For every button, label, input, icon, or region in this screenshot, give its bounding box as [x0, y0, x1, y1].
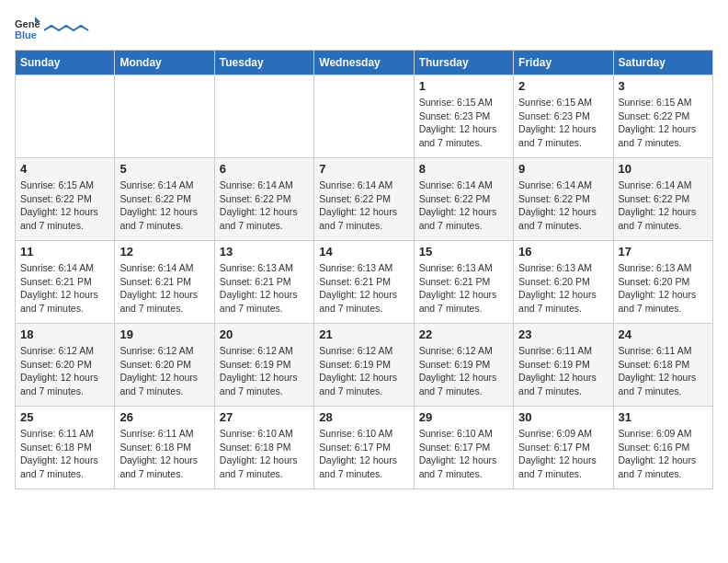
weekday-header-thursday: Thursday [414, 51, 513, 75]
day-info: Sunrise: 6:14 AMSunset: 6:22 PMDaylight:… [220, 178, 309, 233]
day-cell: 25Sunrise: 6:11 AMSunset: 6:18 PMDayligh… [16, 407, 115, 489]
weekday-header-saturday: Saturday [613, 51, 712, 75]
day-cell [214, 75, 313, 158]
logo: General Blue [15, 15, 90, 40]
day-number: 12 [119, 245, 209, 259]
day-cell: 26Sunrise: 6:11 AMSunset: 6:18 PMDayligh… [115, 407, 214, 489]
day-cell: 7Sunrise: 6:14 AMSunset: 6:22 PMDaylight… [314, 158, 414, 241]
day-info: Sunrise: 6:11 AMSunset: 6:18 PMDaylight:… [119, 427, 209, 481]
day-number: 14 [319, 245, 408, 259]
day-number: 21 [319, 327, 408, 341]
day-number: 18 [20, 327, 109, 341]
day-cell: 31Sunrise: 6:09 AMSunset: 6:16 PMDayligh… [613, 407, 712, 489]
week-row-1: 1Sunrise: 6:15 AMSunset: 6:23 PMDaylight… [16, 75, 713, 158]
weekday-header-wednesday: Wednesday [314, 51, 414, 75]
day-cell: 29Sunrise: 6:10 AMSunset: 6:17 PMDayligh… [414, 407, 513, 489]
day-info: Sunrise: 6:14 AMSunset: 6:22 PMDaylight:… [518, 178, 608, 233]
day-cell: 4Sunrise: 6:15 AMSunset: 6:22 PMDaylight… [16, 158, 115, 241]
day-info: Sunrise: 6:12 AMSunset: 6:19 PMDaylight:… [319, 344, 408, 398]
day-number: 8 [419, 162, 508, 176]
day-cell: 28Sunrise: 6:10 AMSunset: 6:17 PMDayligh… [314, 407, 414, 489]
day-number: 27 [220, 410, 309, 424]
weekday-header-tuesday: Tuesday [214, 51, 313, 75]
day-info: Sunrise: 6:11 AMSunset: 6:19 PMDaylight:… [518, 344, 608, 398]
weekday-header-monday: Monday [115, 51, 214, 75]
day-info: Sunrise: 6:12 AMSunset: 6:20 PMDaylight:… [119, 344, 209, 398]
day-number: 16 [518, 245, 608, 259]
day-info: Sunrise: 6:12 AMSunset: 6:20 PMDaylight:… [20, 344, 109, 398]
day-cell: 19Sunrise: 6:12 AMSunset: 6:20 PMDayligh… [115, 324, 214, 407]
day-cell: 18Sunrise: 6:12 AMSunset: 6:20 PMDayligh… [16, 324, 115, 407]
day-cell: 1Sunrise: 6:15 AMSunset: 6:23 PMDaylight… [414, 75, 513, 158]
day-number: 26 [119, 410, 209, 424]
day-number: 3 [619, 79, 708, 93]
logo-icon: General Blue [15, 15, 40, 40]
day-number: 20 [220, 327, 309, 341]
week-row-4: 18Sunrise: 6:12 AMSunset: 6:20 PMDayligh… [16, 324, 713, 407]
day-info: Sunrise: 6:14 AMSunset: 6:21 PMDaylight:… [20, 261, 109, 316]
week-row-2: 4Sunrise: 6:15 AMSunset: 6:22 PMDaylight… [16, 158, 713, 241]
day-info: Sunrise: 6:13 AMSunset: 6:20 PMDaylight:… [518, 261, 608, 316]
day-number: 22 [419, 327, 508, 341]
day-cell: 24Sunrise: 6:11 AMSunset: 6:18 PMDayligh… [613, 324, 712, 407]
day-number: 4 [20, 162, 109, 176]
day-number: 11 [20, 245, 109, 259]
day-info: Sunrise: 6:10 AMSunset: 6:17 PMDaylight:… [419, 427, 508, 481]
page-header: General Blue [15, 15, 713, 40]
day-cell: 2Sunrise: 6:15 AMSunset: 6:23 PMDaylight… [514, 75, 613, 158]
day-cell: 21Sunrise: 6:12 AMSunset: 6:19 PMDayligh… [314, 324, 414, 407]
day-number: 6 [220, 162, 309, 176]
day-cell: 15Sunrise: 6:13 AMSunset: 6:21 PMDayligh… [414, 241, 513, 324]
day-cell [16, 75, 115, 158]
day-info: Sunrise: 6:14 AMSunset: 6:22 PMDaylight:… [619, 178, 708, 233]
day-info: Sunrise: 6:14 AMSunset: 6:22 PMDaylight:… [119, 178, 209, 233]
day-info: Sunrise: 6:10 AMSunset: 6:18 PMDaylight:… [220, 427, 309, 481]
weekday-header: SundayMondayTuesdayWednesdayThursdayFrid… [16, 51, 713, 75]
day-cell [115, 75, 214, 158]
day-number: 2 [518, 79, 608, 93]
day-cell: 9Sunrise: 6:14 AMSunset: 6:22 PMDaylight… [514, 158, 613, 241]
day-number: 23 [518, 327, 608, 341]
day-info: Sunrise: 6:13 AMSunset: 6:20 PMDaylight:… [619, 261, 708, 316]
logo-wave [44, 23, 90, 32]
day-cell: 12Sunrise: 6:14 AMSunset: 6:21 PMDayligh… [115, 241, 214, 324]
svg-text:Blue: Blue [15, 29, 37, 40]
day-number: 9 [518, 162, 608, 176]
day-number: 25 [20, 410, 109, 424]
day-cell: 11Sunrise: 6:14 AMSunset: 6:21 PMDayligh… [16, 241, 115, 324]
week-row-5: 25Sunrise: 6:11 AMSunset: 6:18 PMDayligh… [16, 407, 713, 489]
day-info: Sunrise: 6:11 AMSunset: 6:18 PMDaylight:… [619, 344, 708, 398]
day-info: Sunrise: 6:15 AMSunset: 6:23 PMDaylight:… [419, 96, 508, 150]
day-cell: 10Sunrise: 6:14 AMSunset: 6:22 PMDayligh… [613, 158, 712, 241]
day-info: Sunrise: 6:13 AMSunset: 6:21 PMDaylight:… [220, 261, 309, 316]
day-number: 24 [619, 327, 708, 341]
day-number: 19 [119, 327, 209, 341]
day-number: 17 [619, 245, 708, 259]
day-cell: 17Sunrise: 6:13 AMSunset: 6:20 PMDayligh… [613, 241, 712, 324]
day-cell: 20Sunrise: 6:12 AMSunset: 6:19 PMDayligh… [214, 324, 313, 407]
day-number: 10 [619, 162, 708, 176]
day-cell: 30Sunrise: 6:09 AMSunset: 6:17 PMDayligh… [514, 407, 613, 489]
day-cell: 3Sunrise: 6:15 AMSunset: 6:22 PMDaylight… [613, 75, 712, 158]
day-number: 31 [619, 410, 708, 424]
day-number: 15 [419, 245, 508, 259]
day-info: Sunrise: 6:09 AMSunset: 6:16 PMDaylight:… [619, 427, 708, 481]
weekday-header-sunday: Sunday [16, 51, 115, 75]
day-cell: 23Sunrise: 6:11 AMSunset: 6:19 PMDayligh… [514, 324, 613, 407]
day-info: Sunrise: 6:14 AMSunset: 6:22 PMDaylight:… [319, 178, 408, 233]
day-info: Sunrise: 6:13 AMSunset: 6:21 PMDaylight:… [319, 261, 408, 316]
day-info: Sunrise: 6:13 AMSunset: 6:21 PMDaylight:… [419, 261, 508, 316]
day-number: 30 [518, 410, 608, 424]
day-info: Sunrise: 6:15 AMSunset: 6:23 PMDaylight:… [518, 96, 608, 150]
day-info: Sunrise: 6:09 AMSunset: 6:17 PMDaylight:… [518, 427, 608, 481]
day-number: 7 [319, 162, 408, 176]
day-number: 1 [419, 79, 508, 93]
day-cell: 5Sunrise: 6:14 AMSunset: 6:22 PMDaylight… [115, 158, 214, 241]
calendar-table: SundayMondayTuesdayWednesdayThursdayFrid… [15, 50, 713, 489]
day-number: 5 [119, 162, 209, 176]
week-row-3: 11Sunrise: 6:14 AMSunset: 6:21 PMDayligh… [16, 241, 713, 324]
day-info: Sunrise: 6:15 AMSunset: 6:22 PMDaylight:… [20, 178, 109, 233]
day-cell: 8Sunrise: 6:14 AMSunset: 6:22 PMDaylight… [414, 158, 513, 241]
calendar-body: 1Sunrise: 6:15 AMSunset: 6:23 PMDaylight… [16, 75, 713, 489]
day-number: 28 [319, 410, 408, 424]
